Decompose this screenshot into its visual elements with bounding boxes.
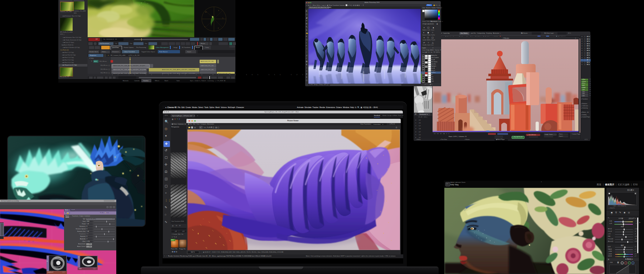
svg-text:R: R bbox=[218, 10, 219, 11]
svg-text:B: B bbox=[218, 28, 219, 29]
svg-text:MG: MG bbox=[205, 11, 207, 13]
svg-text:YL: YL bbox=[222, 18, 224, 19]
